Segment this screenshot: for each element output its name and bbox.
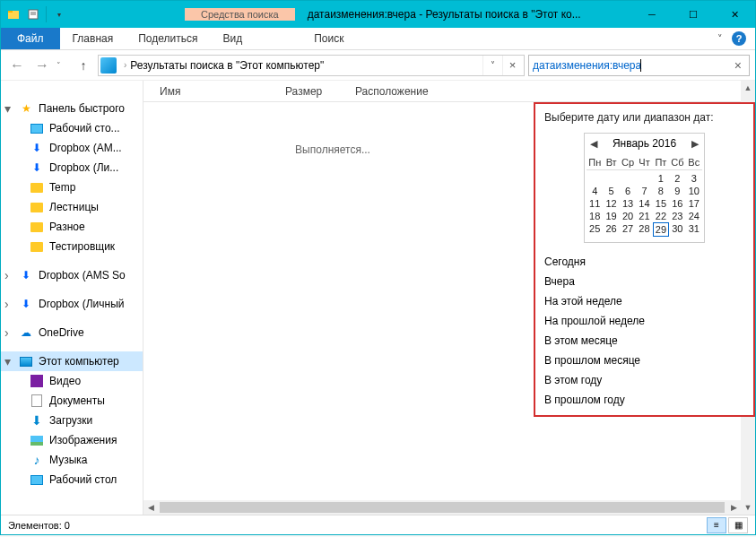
date-option[interactable]: На этой неделе	[535, 291, 753, 311]
cal-day[interactable]: 23	[669, 210, 685, 222]
cal-day[interactable]: 11	[587, 197, 603, 210]
search-tools-tab[interactable]: Средства поиска	[185, 8, 295, 21]
view-details-button[interactable]: ≡	[707, 517, 726, 533]
sidebar-item[interactable]: ⬇Dropbox (AM...	[1, 138, 143, 158]
cal-day[interactable]: 30	[669, 222, 685, 237]
scroll-thumb[interactable]	[160, 502, 725, 513]
cal-day[interactable]: 12	[603, 197, 619, 210]
cal-month[interactable]: Январь 2016	[613, 137, 676, 150]
cal-day[interactable]: 13	[620, 197, 636, 210]
cal-day[interactable]: 21	[636, 210, 652, 222]
col-header-location[interactable]: Расположение	[346, 85, 755, 98]
qat-dropdown-icon[interactable]: ▾	[50, 5, 68, 23]
sidebar-dropbox-ams[interactable]: ›⬇Dropbox (AMS So	[1, 265, 143, 285]
properties-icon[interactable]	[24, 5, 42, 23]
ribbon-expand-icon[interactable]: ˅	[717, 33, 723, 45]
cal-day[interactable]: 26	[603, 222, 619, 237]
cal-day[interactable]: 24	[686, 210, 702, 222]
sidebar-item-pictures[interactable]: Изображения	[1, 430, 143, 450]
cal-day[interactable]: 17	[686, 197, 702, 210]
search-clear-icon[interactable]: ×	[731, 58, 745, 73]
sidebar-item-video[interactable]: Видео	[1, 371, 143, 391]
sidebar-item-documents[interactable]: Документы	[1, 391, 143, 411]
sidebar-this-pc[interactable]: ▾Этот компьютер	[1, 351, 143, 371]
calendar: ◀ Январь 2016 ▶ ПнВтСрЧтПтСбВс1234567891…	[584, 133, 705, 243]
cal-day[interactable]: 20	[620, 210, 636, 222]
cal-day[interactable]: 4	[587, 185, 603, 197]
minimize-button[interactable]: ─	[631, 1, 673, 28]
horizontal-scrollbar[interactable]: ◀ ▶	[143, 500, 741, 515]
search-input[interactable]: датаизменения:вчера ×	[528, 55, 750, 76]
sidebar-item-music[interactable]: ♪Музыка	[1, 450, 143, 470]
cal-day[interactable]: 15	[653, 197, 669, 210]
cal-day[interactable]: 18	[587, 210, 603, 222]
cal-day[interactable]: 14	[636, 197, 652, 210]
titlebar: ▾ Средства поиска датаизменения:вчера - …	[1, 1, 755, 28]
date-option[interactable]: В этом году	[535, 370, 753, 390]
cal-day[interactable]: 28	[636, 222, 652, 237]
nav-forward-button[interactable]: →	[31, 55, 53, 76]
breadcrumb-path[interactable]: Результаты поиска в "Этот компьютер"	[130, 59, 324, 72]
sidebar-item-downloads[interactable]: ⬇Загрузки	[1, 411, 143, 430]
date-option[interactable]: В этом месяце	[535, 331, 753, 351]
cal-next-icon[interactable]: ▶	[691, 138, 699, 150]
cal-day[interactable]: 19	[603, 210, 619, 222]
scroll-right-icon[interactable]: ▶	[726, 500, 741, 515]
scroll-up-icon[interactable]: ▲	[741, 81, 755, 95]
sidebar-item[interactable]: Рабочий сто...	[1, 118, 143, 138]
date-option[interactable]: В прошлом месяце	[535, 351, 753, 370]
cal-day[interactable]: 5	[603, 185, 619, 197]
cal-day[interactable]: 22	[653, 210, 669, 222]
cal-day[interactable]: 2	[669, 172, 685, 185]
sidebar-item[interactable]: ⬇Dropbox (Ли...	[1, 158, 143, 178]
cal-day[interactable]: 16	[669, 197, 685, 210]
cal-day[interactable]: 8	[653, 185, 669, 197]
address-bar[interactable]: › Результаты поиска в "Этот компьютер" ˅…	[98, 55, 525, 76]
cal-day[interactable]: 6	[620, 185, 636, 197]
sidebar-quick-access[interactable]: ▾★Панель быстрого	[1, 99, 143, 118]
refresh-icon[interactable]: ×	[502, 56, 522, 75]
sidebar-dropbox-personal[interactable]: ›⬇Dropbox (Личный	[1, 294, 143, 314]
sidebar-item-desktop[interactable]: Рабочий стол	[1, 470, 143, 489]
cal-day[interactable]: 9	[669, 185, 685, 197]
help-icon[interactable]: ?	[732, 31, 746, 46]
maximize-button[interactable]: ☐	[673, 1, 714, 28]
nav-history-dropdown[interactable]: ˅	[56, 61, 69, 70]
cal-dow: Чт	[636, 155, 652, 170]
ribbon-home[interactable]: Главная	[60, 32, 126, 45]
column-headers: Имя Размер Расположение	[143, 81, 755, 102]
cal-day[interactable]: 3	[686, 172, 702, 185]
date-option[interactable]: Сегодня	[535, 252, 753, 272]
nav-up-button[interactable]: ↑	[73, 55, 94, 76]
scroll-down-icon[interactable]: ▼	[741, 500, 755, 515]
col-header-size[interactable]: Размер	[276, 85, 346, 98]
address-dropdown-icon[interactable]: ˅	[482, 56, 502, 75]
date-prompt: Выберите дату или диапазон дат:	[535, 104, 753, 129]
ribbon-share[interactable]: Поделиться	[126, 32, 210, 45]
ribbon-view[interactable]: Вид	[210, 32, 255, 45]
cal-prev-icon[interactable]: ◀	[590, 138, 597, 150]
nav-back-button[interactable]: ←	[6, 55, 28, 76]
sidebar-item[interactable]: Тестировщик	[1, 237, 143, 256]
date-option[interactable]: На прошлой неделе	[535, 311, 753, 331]
close-button[interactable]: ✕	[714, 1, 755, 28]
ribbon-search[interactable]: Поиск	[301, 32, 356, 45]
cal-day[interactable]: 29	[653, 222, 669, 237]
ribbon-file[interactable]: Файл	[1, 28, 60, 49]
sidebar-item[interactable]: Temp	[1, 178, 143, 197]
date-option[interactable]: Вчера	[535, 272, 753, 291]
sidebar-item[interactable]: Разное	[1, 217, 143, 237]
cal-day[interactable]: 1	[653, 172, 669, 185]
col-header-name[interactable]: Имя	[143, 85, 276, 98]
sidebar-onedrive[interactable]: ›☁OneDrive	[1, 323, 143, 342]
cal-day[interactable]: 25	[587, 222, 603, 237]
cal-day[interactable]: 10	[686, 185, 702, 197]
cal-day[interactable]: 31	[686, 222, 702, 237]
cal-day[interactable]: 27	[620, 222, 636, 237]
date-option[interactable]: В прошлом году	[535, 390, 753, 410]
explorer-icon	[4, 5, 22, 23]
sidebar-item[interactable]: Лестницы	[1, 197, 143, 217]
view-tiles-button[interactable]: ▦	[728, 517, 748, 533]
scroll-left-icon[interactable]: ◀	[143, 500, 158, 515]
cal-day[interactable]: 7	[636, 185, 652, 197]
